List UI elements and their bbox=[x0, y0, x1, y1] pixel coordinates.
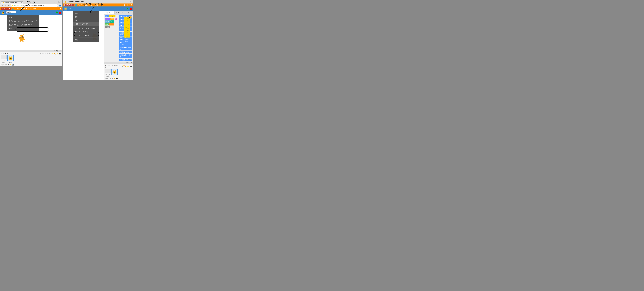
offline-menu-quit[interactable]: 終了 bbox=[73, 38, 99, 41]
offline-add-sprite-draw[interactable]: ✏️ bbox=[124, 65, 126, 67]
secure-text: 保護された通信 bbox=[14, 4, 23, 6]
web-menu-new[interactable]: 新規 bbox=[7, 15, 39, 19]
cat-pen-btn[interactable]: ペン bbox=[110, 20, 114, 23]
tab-costumes[interactable]: コスチューム bbox=[114, 11, 126, 14]
web-green-flag[interactable]: ⚑ bbox=[56, 11, 58, 14]
web-project-name-input[interactable]: Untitled bbox=[6, 11, 16, 13]
browser-tab[interactable]: 🐱 Scratch Project Editor - I... ✕ bbox=[1, 1, 23, 4]
web-help-btn[interactable]: 説明 bbox=[33, 8, 36, 10]
offline-menu-share[interactable]: Webサイトで共有 bbox=[73, 30, 99, 34]
cat-data-btn[interactable]: データ bbox=[109, 23, 114, 25]
web-menu-download[interactable]: 手元のコンピューターにダウンロード bbox=[7, 23, 39, 27]
offline-fullscreen-icon[interactable]: ⛶ bbox=[126, 4, 128, 6]
offline-menu-new[interactable]: 新規 bbox=[73, 12, 99, 15]
web-edit-menu-btn[interactable]: 拡集▼ bbox=[23, 8, 27, 10]
offline-green-flag[interactable]: ⚑ bbox=[126, 7, 129, 10]
offline-stage-label: ステージ bbox=[106, 73, 110, 75]
offline-menu-record[interactable]: プロジェクトのビデオを録画 bbox=[73, 27, 99, 30]
web-file-menu-btn[interactable]: ファイル▼ bbox=[15, 8, 22, 10]
account-icon[interactable]: 👤 bbox=[59, 4, 61, 7]
scratch-cat-icon: 🐱 bbox=[128, 15, 132, 19]
offline-sprite-panel: スプライト 新しいスプライト: 🪄 ✏️ 📁 📷 bbox=[104, 64, 133, 80]
offline-menu-save[interactable]: 保存 bbox=[73, 19, 99, 22]
forward-button[interactable]: → bbox=[4, 4, 7, 6]
block-change-y[interactable]: y座標を10ずつ変える bbox=[119, 54, 132, 58]
back-button[interactable]: ← bbox=[1, 4, 4, 6]
refresh-button[interactable]: ↻ bbox=[8, 4, 10, 6]
offline-title: Scratch 2 Offline Editor bbox=[68, 1, 84, 3]
offline-maximize[interactable] bbox=[126, 1, 128, 3]
cat-sensing-btn[interactable]: 調べる bbox=[105, 20, 110, 23]
web-file-dropdown: 新規 手元のコンピューターからアップロード 手元のコンピューターにダウンロード … bbox=[6, 15, 39, 31]
offline-minimize[interactable]: ─ bbox=[122, 1, 125, 3]
block-change-x[interactable]: x座標を10ずつ変える bbox=[119, 46, 132, 50]
cat-events-btn[interactable]: イベント bbox=[109, 15, 116, 17]
offline-menu-save-as[interactable]: 名前をつけて保存 bbox=[73, 22, 99, 26]
web-add-sprite-upload[interactable]: 📁 bbox=[56, 52, 58, 54]
zoom-controls: 🔍 = 🔎 bbox=[126, 59, 132, 61]
zoom-reset-icon[interactable]: = bbox=[128, 59, 129, 61]
offline-new-bg-label: 新しい背景: bbox=[105, 78, 111, 79]
offline-help-icon[interactable]: ? bbox=[131, 4, 132, 6]
offline-coord-text: x: 7 y: 122 bbox=[126, 62, 132, 63]
cat-looks-btn[interactable]: 見た目 bbox=[105, 18, 110, 20]
offline-coord-bar: x: 7 y: 122 bbox=[104, 62, 133, 64]
block-set-x[interactable]: x座標を0にする bbox=[119, 51, 132, 53]
web-bg-icons: 🖼 ✏️ 📷 bbox=[8, 64, 14, 66]
offline-sprite1-icon[interactable]: 🐱 bbox=[112, 69, 118, 75]
web-menu-upload[interactable]: 手元のコンピューターからアップロード bbox=[7, 19, 39, 23]
zoom-out-icon[interactable]: 🔎 bbox=[130, 59, 132, 61]
offline-add-sprite-upload[interactable]: 📁 bbox=[127, 65, 129, 67]
offline-sprite1-name: Sprite1 bbox=[113, 75, 116, 76]
tab-close[interactable]: ✕ bbox=[21, 2, 22, 3]
offline-help-btn[interactable]: 説明 bbox=[96, 4, 98, 6]
cat-more-btn[interactable]: その他 bbox=[105, 26, 110, 28]
offline-edit-menu-btn[interactable]: 編集▼ bbox=[86, 4, 90, 6]
tab-scripts[interactable]: スクリプト bbox=[104, 11, 114, 14]
offline-download-icon[interactable]: ⬇ bbox=[121, 4, 123, 6]
cat-control-btn[interactable]: 制御 bbox=[110, 18, 114, 20]
zoom-in-icon[interactable]: 🔍 bbox=[126, 59, 128, 61]
cat-sound-btn[interactable]: 音 bbox=[114, 18, 117, 20]
offline-add-sprite-magic[interactable]: 🪄 bbox=[122, 65, 124, 67]
offline-resize-icon[interactable]: ⤢ bbox=[128, 4, 130, 6]
web-coord-bar: x: -28 y: 151 bbox=[0, 50, 62, 52]
web-red-stop[interactable]: ⬤ bbox=[59, 11, 61, 14]
web-add-sprite-camera[interactable]: 📷 bbox=[59, 52, 61, 54]
offline-version-label: v460 bbox=[68, 8, 71, 9]
offline-menu-open[interactable]: 開く bbox=[73, 15, 99, 19]
offline-file-menu-btn[interactable]: ファイル▼ bbox=[78, 4, 85, 6]
close-btn[interactable]: ✕ bbox=[58, 1, 60, 3]
web-scratch-editor: SCRATCH 🌐 ファイル▼ 拡集▼ ヒント 説明 ⬇ ⬆ 🐱 bbox=[0, 7, 62, 66]
event-block[interactable]: ⚑ がクリックされたとき bbox=[124, 17, 130, 37]
upload-icon[interactable]: ⬆ bbox=[60, 8, 61, 10]
web-menu-revert[interactable]: 復元 bbox=[7, 27, 39, 30]
browser-titlebar: 🐱 Scratch Project Editor - I... ✕ ─ ✕ bbox=[0, 0, 62, 4]
globe-icon[interactable]: 🌐 bbox=[12, 8, 14, 10]
web-hint-btn[interactable]: ヒント bbox=[28, 8, 32, 10]
offline-hint-btn[interactable]: ヒント bbox=[90, 4, 95, 6]
web-version-label: v459.1 bbox=[6, 13, 16, 14]
maximize-btn[interactable] bbox=[56, 1, 58, 3]
web-sprite1-icon[interactable]: 🐱 bbox=[8, 55, 14, 61]
offline-menu-update[interactable]: アップデートを確認 bbox=[73, 34, 99, 37]
motion-block-script[interactable]: 10 歩動かす bbox=[124, 38, 130, 45]
svg-point-8 bbox=[21, 37, 22, 37]
minimize-btn[interactable]: ─ bbox=[53, 1, 55, 3]
url-bar[interactable]: 🔒 保護された通信 https://scratch.mit.edu/projec… bbox=[10, 4, 58, 7]
tab-sound[interactable]: 音 bbox=[126, 11, 131, 14]
offline-add-sprite-camera[interactable]: 📷 bbox=[130, 65, 132, 67]
web-stage-label: ステージ bbox=[2, 60, 6, 61]
web-add-sprite-draw[interactable]: ✏️ bbox=[54, 52, 56, 54]
offline-new-sprite-label: 新しいスプライト: bbox=[112, 64, 121, 68]
offline-globe-icon[interactable]: 🌐 bbox=[75, 4, 77, 6]
web-add-sprite-magic[interactable]: 🪄 bbox=[51, 52, 53, 54]
cat-operators-btn[interactable]: 漢算 bbox=[105, 23, 108, 25]
offline-close[interactable]: ✕ bbox=[129, 1, 131, 3]
download-icon[interactable]: ⬇ bbox=[57, 8, 59, 10]
offline-red-stop[interactable]: ⬤ bbox=[130, 8, 132, 10]
web-new-bg-label: 新しい背景: bbox=[1, 64, 7, 65]
cat-motion-btn[interactable]: 動き bbox=[105, 15, 108, 17]
offline-upload-icon[interactable]: ⬆ bbox=[124, 4, 125, 6]
browser-window: 🐱 Scratch Project Editor - I... ✕ ─ ✕ ← … bbox=[0, 0, 62, 66]
